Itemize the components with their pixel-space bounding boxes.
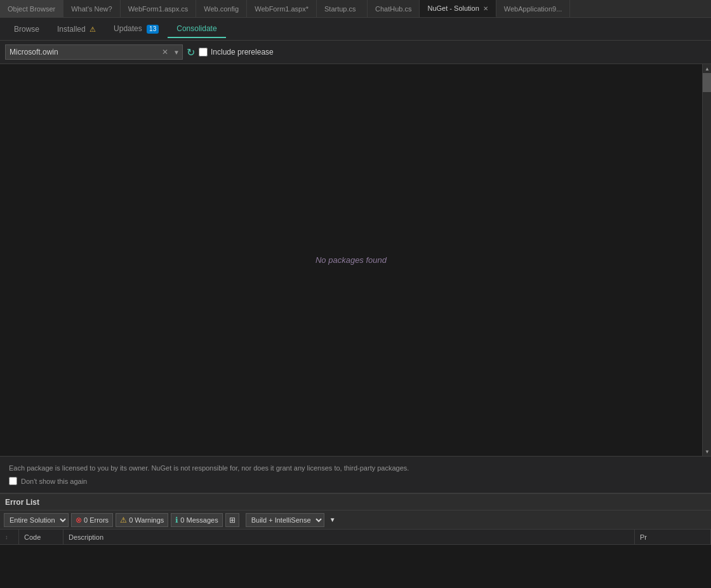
col-description[interactable]: Description: [63, 530, 635, 544]
messages-button[interactable]: ℹ 0 Messages: [171, 513, 222, 527]
col-code[interactable]: Code: [19, 530, 63, 544]
prerelease-label[interactable]: Include prerelease: [199, 48, 274, 57]
error-body: [0, 545, 711, 588]
tab-consolidate[interactable]: Consolidate: [168, 20, 225, 38]
search-input[interactable]: [6, 46, 159, 58]
tab-object-browser[interactable]: Object Browser: [0, 0, 63, 17]
error-scope-select[interactable]: Entire Solution: [4, 513, 69, 527]
tab-webform1-cs[interactable]: WebForm1.aspx.cs: [121, 0, 197, 17]
installed-warning-icon: ⚠: [90, 25, 96, 33]
tab-web-config[interactable]: Web.config: [196, 0, 247, 17]
info-icon: ℹ: [175, 516, 178, 525]
dont-show-label[interactable]: Don't show this again: [9, 477, 702, 485]
build-select[interactable]: Build + IntelliSense: [246, 513, 324, 527]
errors-button[interactable]: ⊗ 0 Errors: [71, 513, 113, 527]
error-list-section: Error List Entire Solution ⊗ 0 Errors ⚠ …: [0, 493, 711, 588]
tab-browse[interactable]: Browse: [5, 21, 48, 37]
error-list-header: Error List: [0, 494, 711, 511]
tab-installed[interactable]: Installed ⚠: [48, 21, 105, 37]
updates-badge: 13: [147, 25, 159, 34]
error-icon: ⊗: [76, 516, 82, 525]
col-project[interactable]: Pr: [635, 530, 711, 544]
error-toolbar: Entire Solution ⊗ 0 Errors ⚠ 0 Warnings …: [0, 511, 711, 530]
tab-bar: Object Browser What's New? WebForm1.aspx…: [0, 0, 711, 18]
prerelease-checkbox[interactable]: [199, 48, 208, 57]
warnings-button[interactable]: ⚠ 0 Warnings: [116, 513, 168, 527]
sub-tab-bar: Browse Installed ⚠ Updates 13 Consolidat…: [0, 18, 711, 41]
search-clear-icon[interactable]: ✕: [159, 48, 171, 57]
dont-show-checkbox[interactable]: [9, 477, 17, 485]
tab-startup-cs[interactable]: Startup.cs: [317, 0, 368, 17]
no-packages-text: No packages found: [316, 255, 387, 265]
error-columns: ↕ Code Description Pr: [0, 530, 711, 545]
search-input-wrapper[interactable]: ✕ ▼: [5, 44, 183, 60]
nuget-panel: Browse Installed ⚠ Updates 13 Consolidat…: [0, 18, 711, 493]
tab-webform1-aspx[interactable]: WebForm1.aspx*: [247, 0, 317, 17]
filter-icon[interactable]: ⊞: [225, 513, 239, 527]
tab-webapplication[interactable]: WebApplication9...: [496, 0, 571, 17]
scrollbar-thumb[interactable]: [703, 73, 711, 92]
close-tab-icon[interactable]: ✕: [483, 5, 488, 12]
warning-icon: ⚠: [120, 516, 127, 525]
col-number: ↕: [0, 530, 19, 544]
license-text: Each package is licensed to you by its o…: [9, 464, 702, 472]
scroll-up-icon[interactable]: ▲: [703, 64, 711, 73]
refresh-button[interactable]: ↻: [187, 46, 195, 58]
tab-nuget-solution[interactable]: NuGet - Solution ✕: [420, 0, 496, 17]
content-inner: No packages found: [0, 64, 702, 456]
search-bar: ✕ ▼ ↻ Include prerelease: [0, 41, 711, 64]
scroll-down-icon[interactable]: ▼: [703, 447, 711, 456]
build-select-dropdown-icon[interactable]: ▼: [327, 516, 338, 523]
tab-whats-new[interactable]: What's New?: [63, 0, 120, 17]
tab-updates[interactable]: Updates 13: [105, 20, 168, 37]
license-notice: Each package is licensed to you by its o…: [0, 456, 711, 493]
search-dropdown-icon[interactable]: ▼: [171, 49, 182, 56]
scrollbar[interactable]: ▲ ▼: [702, 64, 711, 456]
tab-chathub-cs[interactable]: ChatHub.cs: [368, 0, 420, 17]
main-content: No packages found ▲ ▼: [0, 64, 711, 456]
